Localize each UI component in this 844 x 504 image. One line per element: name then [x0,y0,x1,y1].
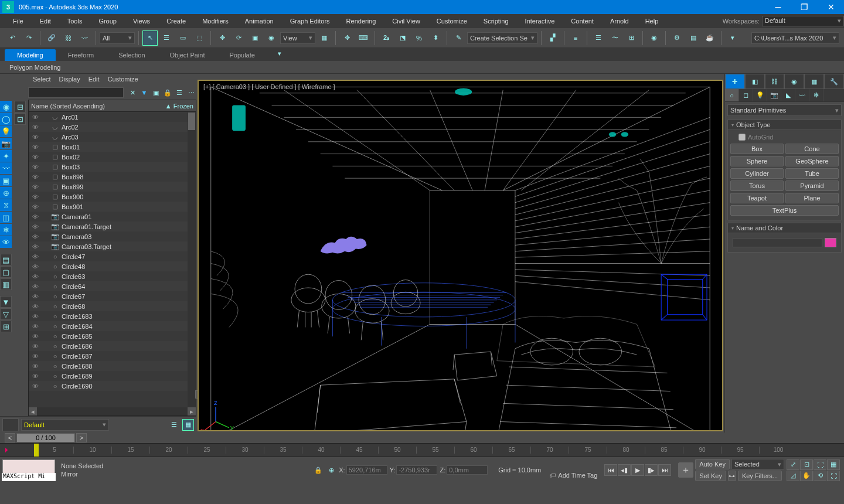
freeze-icon[interactable] [40,223,49,231]
layer-swatch[interactable] [2,418,19,431]
timeline-key-icon[interactable]: ⏵ [4,446,12,454]
motion-tab-icon[interactable]: ◉ [784,74,804,89]
freeze-icon[interactable] [40,183,49,191]
ribbon-group-polygonmodeling[interactable]: Polygon Modeling [5,62,65,73]
visibility-icon[interactable]: 👁 [31,113,39,121]
selection-filter[interactable]: All▾ [100,32,135,44]
bind-spacewarp-button[interactable]: 〰 [77,30,92,46]
visibility-icon[interactable]: 👁 [31,183,39,191]
prev-frame-icon[interactable]: ◂▮ [618,464,631,476]
visibility-icon[interactable]: 👁 [31,342,39,350]
freeze-icon[interactable] [40,173,49,181]
material-editor-button[interactable]: ◉ [646,30,662,46]
freeze-icon[interactable] [40,203,49,211]
layer-pin-icon[interactable]: ▦ [182,419,194,431]
filter-hidden-icon[interactable]: 👁 [0,236,12,248]
visibility-icon[interactable]: 👁 [31,213,39,221]
time-tag-icon[interactable]: 🏷 [549,472,556,479]
primitive-box-button[interactable]: Box [730,144,784,154]
menu-create[interactable]: Create [158,16,194,26]
visibility-icon[interactable]: 👁 [31,332,39,340]
list-item[interactable]: 👁○Circle1683 [29,311,196,321]
primitive-cone-button[interactable]: Cone [785,144,839,154]
layer-explorer-button[interactable]: ☰ [591,30,606,46]
visibility-icon[interactable]: 👁 [31,233,39,241]
open-explorer-button[interactable]: ▾ [725,30,740,46]
visibility-icon[interactable]: 👁 [31,203,39,211]
play-icon[interactable]: ▶ [631,464,644,476]
tab-populate[interactable]: Populate [217,49,267,61]
visibility-icon[interactable]: 👁 [31,312,39,321]
manipulate-button[interactable]: ✥ [339,30,355,46]
freeze-icon[interactable] [40,213,49,221]
angle-snap-button[interactable]: ⬔ [395,30,410,46]
timeline-current-marker[interactable] [34,444,39,457]
align-button[interactable]: ≡ [568,30,583,46]
freeze-icon[interactable] [40,322,49,331]
snap-toggle-button[interactable]: 2₃ [379,30,394,46]
primitive-textplus-button[interactable]: TextPlus [730,205,839,216]
window-crossing-button[interactable]: ⬚ [192,30,207,46]
column-name[interactable]: Name (Sorted Ascending) [31,103,158,110]
list-item[interactable]: 👁○Circle48 [29,261,196,271]
scale-button[interactable]: ▣ [247,30,263,46]
visibility-icon[interactable]: 👁 [31,163,39,171]
visibility-icon[interactable]: 👁 [31,223,39,231]
freeze-icon[interactable] [40,362,49,370]
tab-objectpaint[interactable]: Object Paint [158,49,217,61]
zoom-icon[interactable]: ⤢ [787,459,799,470]
menu-tools[interactable]: Tools [59,16,91,26]
visibility-icon[interactable]: 👁 [31,173,39,181]
list-item[interactable]: 👁○Circle1690 [29,381,196,391]
display-invert-icon[interactable]: ▥ [0,278,12,290]
maxscript-listener[interactable]: MAXScript Mi [2,473,56,481]
layer-selector[interactable]: Default▾ [21,419,109,431]
tab-freeform[interactable]: Freeform [56,49,107,61]
list-item[interactable]: 👁📷Camera03 [29,231,196,241]
list-item[interactable]: 👁○Circle1685 [29,331,196,341]
orbit-icon[interactable]: ⟲ [814,471,826,481]
utilities-tab-icon[interactable]: 🔧 [824,74,844,89]
timeline[interactable]: ⏵ 51015202530354045505560657075808590951… [0,443,844,457]
list-item[interactable]: 👁○Circle1688 [29,361,196,371]
project-path[interactable]: C:\Users\T...s Max 2020▾ [751,32,839,44]
scene-list-header[interactable]: Name (Sorted Ascending) ▲ Frozen [29,100,196,112]
menu-civilview[interactable]: Civil View [384,16,428,26]
menu-views[interactable]: Views [125,16,158,26]
keyfilters-button[interactable]: Key Filters... [738,471,782,481]
next-frame-icon[interactable]: ▮▸ [645,464,658,476]
layer-stack-icon[interactable]: ☰ [168,419,180,431]
display-all-icon[interactable]: ▤ [0,254,12,265]
edit-named-sel-button[interactable]: ✎ [451,30,466,46]
freeze-icon[interactable] [40,253,49,261]
lights-subtab-icon[interactable]: 💡 [753,89,767,101]
keymode-selector[interactable]: Selected▾ [731,459,784,469]
scene-scrollbar[interactable] [188,112,196,407]
geometry-subtab-icon[interactable]: ○ [725,89,739,101]
menu-scripting[interactable]: Scripting [475,16,517,26]
filter-cameras-icon[interactable]: 📷 [0,138,12,149]
goto-start-icon[interactable]: ⏮ [604,464,617,476]
filter-helpers-icon[interactable]: ✦ [0,150,12,162]
ref-coord-system[interactable]: View▾ [280,32,315,44]
list-item[interactable]: 👁○Circle68 [29,301,196,311]
named-selection-sets[interactable]: Create Selection Se▾ [467,32,537,44]
goto-end-icon[interactable]: ⏭ [658,464,671,476]
visibility-icon[interactable]: 👁 [31,302,39,311]
list-item[interactable]: 👁○Circle47 [29,251,196,261]
clear-search-icon[interactable]: ✕ [127,87,138,98]
menu-group[interactable]: Group [90,16,125,26]
menu-modifiers[interactable]: Modifiers [194,16,237,26]
visibility-icon[interactable]: 👁 [31,193,39,201]
primitive-torus-button[interactable]: Torus [730,181,784,191]
lock-icon[interactable]: 🔒 [162,87,173,98]
list-item[interactable]: 👁○Circle1687 [29,351,196,361]
freeze-icon[interactable] [40,143,49,151]
render-setup-button[interactable]: ⚙ [669,30,685,46]
visibility-icon[interactable]: 👁 [31,243,39,251]
primitive-pyramid-button[interactable]: Pyramid [785,181,839,191]
visibility-icon[interactable]: 👁 [31,372,39,380]
object-color-swatch[interactable] [825,238,836,247]
filter-groups-icon[interactable]: ▣ [0,175,12,186]
object-name-input[interactable] [733,238,822,247]
